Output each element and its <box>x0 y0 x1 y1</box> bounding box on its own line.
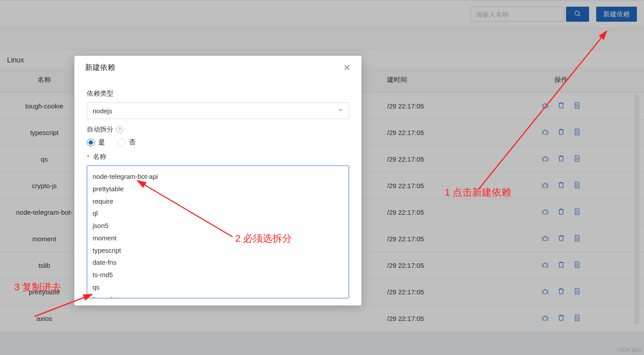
chevron-down-icon <box>338 107 343 115</box>
split-label: 自动拆分 ? <box>87 125 349 134</box>
create-dependency-modal: 新建依赖 ✕ 依赖类型 nodejs 自动拆分 ? 是 否 *名称 <box>74 56 361 305</box>
radio-no[interactable]: 否 <box>117 138 136 147</box>
help-icon[interactable]: ? <box>116 126 123 133</box>
radio-dot-unchecked <box>117 139 125 147</box>
watermark: CSDN @白 <box>617 347 641 353</box>
name-textarea[interactable] <box>87 166 349 298</box>
radio-dot-checked <box>87 139 95 147</box>
type-label: 依赖类型 <box>87 89 349 98</box>
radio-yes[interactable]: 是 <box>87 138 105 147</box>
type-select[interactable]: nodejs <box>87 102 349 119</box>
modal-title: 新建依赖 <box>85 62 115 73</box>
name-label: *名称 <box>87 153 349 161</box>
close-icon[interactable]: ✕ <box>343 62 351 73</box>
type-value: nodejs <box>93 107 112 115</box>
